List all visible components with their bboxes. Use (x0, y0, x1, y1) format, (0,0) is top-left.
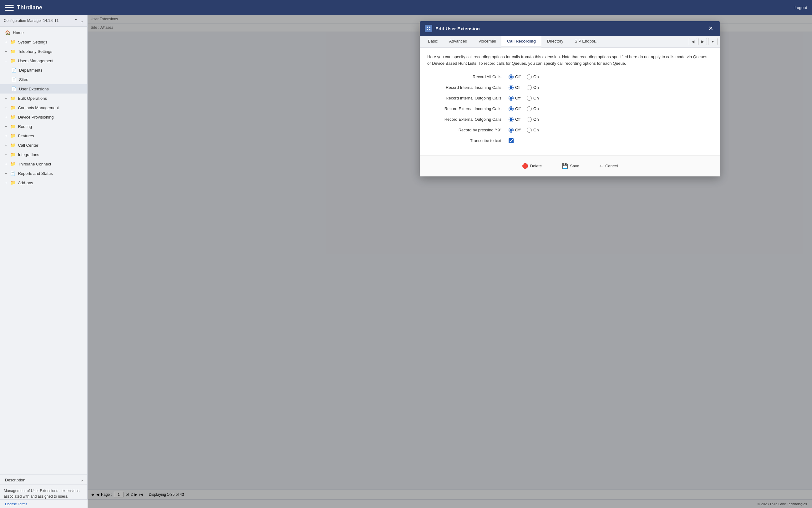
sidebar-item-users-management[interactable]: – 📁 Users Management (0, 56, 87, 66)
sidebar-nav: 🏠 Home + 📁 System Settings + 📁 Telephony… (0, 27, 87, 474)
collapse-icon[interactable]: ⌃ (74, 18, 78, 23)
tab-prev-button[interactable]: ◀ (689, 38, 697, 45)
sidebar-item-call-center[interactable]: + 📁 Call Center (0, 140, 87, 150)
folder-icon: 📁 (10, 58, 15, 63)
record-external-incoming-on[interactable]: On (527, 107, 539, 111)
record-internal-outgoing-label: Record Internal Outgoing Calls : (427, 96, 509, 100)
tab-next-button[interactable]: ▶ (698, 38, 707, 45)
folder-icon: 📁 (10, 152, 15, 157)
tab-advanced[interactable]: Advanced (443, 36, 473, 47)
menu-toggle[interactable] (5, 3, 14, 12)
delete-icon: 🔴 (522, 163, 528, 169)
sidebar-item-routing[interactable]: + 📁 Routing (0, 122, 87, 131)
main-layout: Configuration Manager 14.1.6.11 ⌃ ⌄ 🏠 Ho… (0, 15, 812, 508)
sidebar-item-label: Bulk Operations (18, 96, 47, 101)
expand-icon: + (5, 143, 7, 147)
sidebar-item-label: Features (18, 134, 34, 138)
sidebar-divider (0, 474, 87, 475)
folder-icon: 📁 (10, 133, 15, 138)
expand-icon: + (5, 153, 7, 157)
sidebar-item-bulk-operations[interactable]: + 📁 Bulk Operations (0, 93, 87, 103)
app-title: Thirdlane (17, 4, 42, 11)
sidebar-item-label: Integrations (18, 152, 39, 157)
record-external-incoming-label: Record External Incoming Calls : (427, 107, 509, 111)
tab-call-recording[interactable]: Call Recording (501, 36, 542, 47)
form-row-record-external-outgoing: Record External Outgoing Calls : Off On (427, 117, 713, 122)
modal-footer: 🔴 Delete 💾 Save ↩ Cancel (420, 155, 720, 176)
folder-icon: 📁 (10, 105, 15, 110)
record-all-calls-radio-group: Off On (509, 75, 539, 79)
modal-tabs: Basic Advanced Voicemail Call Recording … (420, 36, 720, 48)
sidebar-item-thirdlane-connect[interactable]: + 📁 Thirdlane Connect (0, 159, 87, 169)
transcribe-checkbox[interactable] (509, 138, 514, 143)
license-terms-link[interactable]: License Terms (5, 502, 27, 506)
expand-icon: + (5, 171, 7, 175)
record-by-pressing-off[interactable]: Off (509, 128, 520, 133)
expand-icon: + (5, 106, 7, 110)
record-external-incoming-off[interactable]: Off (509, 107, 520, 111)
save-button[interactable]: 💾 Save (556, 161, 586, 171)
sidebar: Configuration Manager 14.1.6.11 ⌃ ⌄ 🏠 Ho… (0, 15, 88, 508)
sidebar-item-telephony-settings[interactable]: + 📁 Telephony Settings (0, 47, 87, 56)
record-all-calls-label: Record All Calls : (427, 75, 509, 79)
record-internal-incoming-label: Record Internal Incoming Calls : (427, 85, 509, 90)
sidebar-item-integrations[interactable]: + 📁 Integrations (0, 150, 87, 159)
record-all-calls-off[interactable]: Off (509, 75, 520, 79)
svg-rect-2 (427, 29, 428, 30)
delete-button[interactable]: 🔴 Delete (516, 161, 548, 171)
sidebar-item-reports-and-status[interactable]: + 📄 Reports and Status (0, 169, 87, 178)
sidebar-item-features[interactable]: + 📁 Features (0, 131, 87, 140)
svg-rect-1 (429, 27, 430, 28)
folder-icon: 📁 (10, 143, 15, 147)
doc-icon: 📄 (10, 171, 15, 176)
doc-icon: 📄 (11, 68, 16, 73)
record-external-outgoing-on[interactable]: On (527, 117, 539, 122)
modal-close-button[interactable]: ✕ (707, 25, 715, 33)
record-internal-incoming-off[interactable]: Off (509, 85, 520, 90)
svg-rect-3 (429, 29, 430, 30)
save-icon: 💾 (562, 163, 568, 169)
folder-icon: 📁 (10, 96, 15, 101)
record-internal-outgoing-radio-group: Off On (509, 96, 539, 101)
tab-sip-endpoint[interactable]: SIP Endpoi… (569, 36, 605, 47)
sidebar-item-device-provisioning[interactable]: + 📁 Device Provisioning (0, 112, 87, 122)
top-bar-left: Thirdlane (5, 3, 42, 12)
record-internal-outgoing-off[interactable]: Off (509, 96, 520, 101)
form-row-record-internal-incoming: Record Internal Incoming Calls : Off On (427, 85, 713, 90)
sidebar-item-label: Call Center (18, 143, 38, 147)
folder-icon: 📁 (10, 124, 15, 129)
expand-icon: + (5, 49, 7, 53)
modal-description: Here you can specify call recording opti… (427, 54, 709, 67)
sidebar-item-contacts-management[interactable]: + 📁 Contacts Management (0, 103, 87, 112)
record-internal-incoming-on[interactable]: On (527, 85, 539, 90)
description-toggle[interactable]: Description ⌄ (0, 475, 87, 484)
tab-directory[interactable]: Directory (542, 36, 569, 47)
sidebar-item-add-ons[interactable]: + 📁 Add-ons (0, 178, 87, 187)
form-row-record-by-pressing: Record by pressing "*9" : Off On (427, 128, 713, 133)
sidebar-item-departments[interactable]: 📄 Departments (0, 66, 87, 75)
logout-button[interactable]: Logout (795, 5, 807, 10)
sidebar-item-label: Users Management (18, 58, 53, 63)
cancel-button[interactable]: ↩ Cancel (593, 161, 624, 171)
expand-icon: + (5, 134, 7, 138)
doc-icon: 📄 (11, 86, 16, 91)
record-by-pressing-on[interactable]: On (527, 128, 539, 133)
sidebar-item-home[interactable]: 🏠 Home (0, 28, 87, 37)
record-all-calls-on[interactable]: On (527, 75, 539, 79)
tab-dropdown-button[interactable]: ▼ (708, 38, 718, 45)
record-internal-incoming-radio-group: Off On (509, 85, 539, 90)
form-row-transcribe: Transcribe to text : (427, 138, 713, 143)
record-external-outgoing-off[interactable]: Off (509, 117, 520, 122)
sidebar-item-user-extensions[interactable]: 📄 User Extensions (0, 84, 87, 93)
record-internal-outgoing-on[interactable]: On (527, 96, 539, 101)
sidebar-item-sites[interactable]: 📄 Sites (0, 75, 87, 84)
expand-icon: + (5, 40, 7, 44)
sidebar-item-system-settings[interactable]: + 📁 System Settings (0, 37, 87, 47)
tab-basic[interactable]: Basic (422, 36, 443, 47)
folder-icon: 📁 (10, 180, 15, 185)
expand-icon: + (5, 181, 7, 184)
expand-icon[interactable]: ⌄ (80, 18, 84, 23)
tab-voicemail[interactable]: Voicemail (473, 36, 502, 47)
home-icon: 🏠 (5, 30, 10, 35)
modal-body: Here you can specify call recording opti… (420, 48, 720, 155)
